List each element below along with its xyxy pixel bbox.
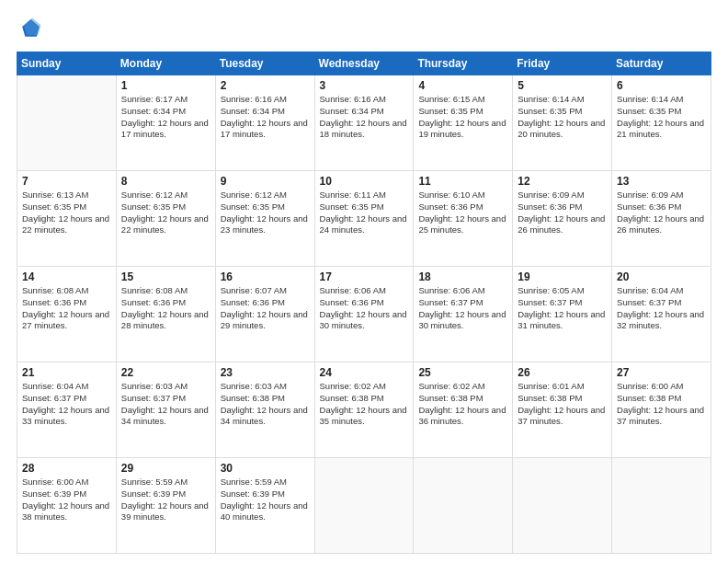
cell-info: Sunrise: 6:04 AMSunset: 6:37 PMDaylight:… — [22, 381, 111, 428]
day-number: 17 — [320, 270, 409, 283]
day-number: 27 — [617, 366, 706, 379]
calendar-cell: 19 Sunrise: 6:05 AMSunset: 6:37 PMDaylig… — [513, 267, 612, 362]
calendar-cell: 16 Sunrise: 6:07 AMSunset: 6:36 PMDaylig… — [215, 267, 314, 362]
day-number: 9 — [221, 175, 310, 188]
day-number: 19 — [518, 270, 607, 283]
day-number: 25 — [418, 366, 507, 379]
cell-info: Sunrise: 6:07 AMSunset: 6:36 PMDaylight:… — [221, 285, 310, 332]
calendar-cell: 22 Sunrise: 6:03 AMSunset: 6:37 PMDaylig… — [116, 362, 215, 458]
day-number: 15 — [121, 270, 210, 283]
day-number: 22 — [121, 366, 210, 379]
col-header-tuesday: Tuesday — [215, 52, 314, 75]
cell-info: Sunrise: 6:03 AMSunset: 6:37 PMDaylight:… — [121, 381, 210, 428]
day-number: 18 — [418, 270, 507, 283]
day-number: 6 — [617, 79, 706, 92]
calendar-cell: 3 Sunrise: 6:16 AMSunset: 6:34 PMDayligh… — [314, 75, 414, 171]
cell-info: Sunrise: 6:04 AMSunset: 6:37 PMDaylight:… — [617, 285, 706, 332]
calendar-week-5: 28 Sunrise: 6:00 AMSunset: 6:39 PMDaylig… — [17, 458, 711, 554]
calendar-cell: 24 Sunrise: 6:02 AMSunset: 6:38 PMDaylig… — [314, 362, 414, 458]
cell-info: Sunrise: 6:00 AMSunset: 6:39 PMDaylight:… — [22, 477, 111, 523]
day-number: 1 — [121, 79, 210, 92]
calendar-cell: 6 Sunrise: 6:14 AMSunset: 6:35 PMDayligh… — [612, 75, 711, 171]
cell-info: Sunrise: 5:59 AMSunset: 6:39 PMDaylight:… — [221, 477, 310, 523]
logo — [17, 17, 46, 42]
cell-info: Sunrise: 6:13 AMSunset: 6:35 PMDaylight:… — [22, 190, 111, 236]
calendar-cell: 21 Sunrise: 6:04 AMSunset: 6:37 PMDaylig… — [17, 362, 117, 458]
calendar-cell: 20 Sunrise: 6:04 AMSunset: 6:37 PMDaylig… — [612, 267, 711, 362]
day-number: 5 — [518, 79, 607, 92]
calendar-cell: 25 Sunrise: 6:02 AMSunset: 6:38 PMDaylig… — [414, 362, 513, 458]
cell-info: Sunrise: 6:14 AMSunset: 6:35 PMDaylight:… — [518, 94, 607, 141]
cell-info: Sunrise: 6:12 AMSunset: 6:35 PMDaylight:… — [121, 190, 210, 236]
svg-marker-1 — [24, 18, 41, 36]
cell-info: Sunrise: 6:09 AMSunset: 6:36 PMDaylight:… — [617, 190, 706, 236]
calendar-cell: 29 Sunrise: 5:59 AMSunset: 6:39 PMDaylig… — [116, 458, 215, 554]
calendar-cell: 8 Sunrise: 6:12 AMSunset: 6:35 PMDayligh… — [116, 171, 215, 267]
day-number: 29 — [121, 462, 210, 475]
calendar-cell: 11 Sunrise: 6:10 AMSunset: 6:36 PMDaylig… — [414, 171, 513, 267]
calendar-cell: 1 Sunrise: 6:17 AMSunset: 6:34 PMDayligh… — [116, 75, 215, 171]
day-number: 30 — [221, 462, 310, 475]
day-number: 24 — [320, 366, 409, 379]
calendar-week-1: 1 Sunrise: 6:17 AMSunset: 6:34 PMDayligh… — [17, 75, 711, 171]
cell-info: Sunrise: 6:17 AMSunset: 6:34 PMDaylight:… — [121, 94, 210, 141]
day-number: 2 — [221, 79, 310, 92]
calendar-cell: 28 Sunrise: 6:00 AMSunset: 6:39 PMDaylig… — [17, 458, 117, 554]
calendar-cell: 9 Sunrise: 6:12 AMSunset: 6:35 PMDayligh… — [215, 171, 314, 267]
cell-info: Sunrise: 6:00 AMSunset: 6:38 PMDaylight:… — [617, 381, 706, 428]
cell-info: Sunrise: 6:09 AMSunset: 6:36 PMDaylight:… — [518, 190, 607, 236]
cell-info: Sunrise: 5:59 AMSunset: 6:39 PMDaylight:… — [121, 477, 210, 523]
cell-info: Sunrise: 6:10 AMSunset: 6:36 PMDaylight:… — [418, 190, 507, 236]
cell-info: Sunrise: 6:15 AMSunset: 6:35 PMDaylight:… — [418, 94, 507, 141]
day-number: 21 — [22, 366, 111, 379]
day-number: 23 — [221, 366, 310, 379]
day-number: 8 — [121, 175, 210, 188]
calendar-cell: 15 Sunrise: 6:08 AMSunset: 6:36 PMDaylig… — [116, 267, 215, 362]
day-number: 14 — [22, 270, 111, 283]
day-number: 13 — [617, 175, 706, 188]
cell-info: Sunrise: 6:06 AMSunset: 6:37 PMDaylight:… — [418, 285, 507, 332]
cell-info: Sunrise: 6:12 AMSunset: 6:35 PMDaylight:… — [221, 190, 310, 236]
calendar-cell — [513, 458, 612, 554]
cell-info: Sunrise: 6:02 AMSunset: 6:38 PMDaylight:… — [418, 381, 507, 428]
cell-info: Sunrise: 6:02 AMSunset: 6:38 PMDaylight:… — [320, 381, 409, 428]
col-header-wednesday: Wednesday — [314, 52, 414, 75]
cell-info: Sunrise: 6:03 AMSunset: 6:38 PMDaylight:… — [221, 381, 310, 428]
cell-info: Sunrise: 6:16 AMSunset: 6:34 PMDaylight:… — [221, 94, 310, 141]
day-number: 20 — [617, 270, 706, 283]
calendar-cell: 23 Sunrise: 6:03 AMSunset: 6:38 PMDaylig… — [215, 362, 314, 458]
day-number: 10 — [320, 175, 409, 188]
calendar-cell: 4 Sunrise: 6:15 AMSunset: 6:35 PMDayligh… — [414, 75, 513, 171]
page: SundayMondayTuesdayWednesdayThursdayFrid… — [0, 0, 728, 563]
calendar-cell: 2 Sunrise: 6:16 AMSunset: 6:34 PMDayligh… — [215, 75, 314, 171]
calendar-cell — [612, 458, 711, 554]
calendar-cell: 7 Sunrise: 6:13 AMSunset: 6:35 PMDayligh… — [17, 171, 117, 267]
header-row: SundayMondayTuesdayWednesdayThursdayFrid… — [17, 52, 711, 75]
header — [17, 17, 711, 42]
calendar-cell: 12 Sunrise: 6:09 AMSunset: 6:36 PMDaylig… — [513, 171, 612, 267]
col-header-sunday: Sunday — [17, 52, 117, 75]
calendar-week-3: 14 Sunrise: 6:08 AMSunset: 6:36 PMDaylig… — [17, 267, 711, 362]
cell-info: Sunrise: 6:01 AMSunset: 6:38 PMDaylight:… — [518, 381, 607, 428]
day-number: 12 — [518, 175, 607, 188]
calendar-cell: 17 Sunrise: 6:06 AMSunset: 6:36 PMDaylig… — [314, 267, 414, 362]
calendar-cell: 27 Sunrise: 6:00 AMSunset: 6:38 PMDaylig… — [612, 362, 711, 458]
col-header-saturday: Saturday — [612, 52, 711, 75]
cell-info: Sunrise: 6:06 AMSunset: 6:36 PMDaylight:… — [320, 285, 409, 332]
calendar-week-2: 7 Sunrise: 6:13 AMSunset: 6:35 PMDayligh… — [17, 171, 711, 267]
day-number: 11 — [418, 175, 507, 188]
day-number: 4 — [418, 79, 507, 92]
cell-info: Sunrise: 6:14 AMSunset: 6:35 PMDaylight:… — [617, 94, 706, 141]
calendar-cell — [414, 458, 513, 554]
col-header-thursday: Thursday — [414, 52, 513, 75]
calendar-cell: 14 Sunrise: 6:08 AMSunset: 6:36 PMDaylig… — [17, 267, 117, 362]
calendar-cell: 5 Sunrise: 6:14 AMSunset: 6:35 PMDayligh… — [513, 75, 612, 171]
calendar-table: SundayMondayTuesdayWednesdayThursdayFrid… — [17, 52, 711, 554]
day-number: 16 — [221, 270, 310, 283]
cell-info: Sunrise: 6:05 AMSunset: 6:37 PMDaylight:… — [518, 285, 607, 332]
calendar-cell: 30 Sunrise: 5:59 AMSunset: 6:39 PMDaylig… — [215, 458, 314, 554]
col-header-friday: Friday — [513, 52, 612, 75]
col-header-monday: Monday — [116, 52, 215, 75]
calendar-cell: 13 Sunrise: 6:09 AMSunset: 6:36 PMDaylig… — [612, 171, 711, 267]
day-number: 3 — [320, 79, 409, 92]
